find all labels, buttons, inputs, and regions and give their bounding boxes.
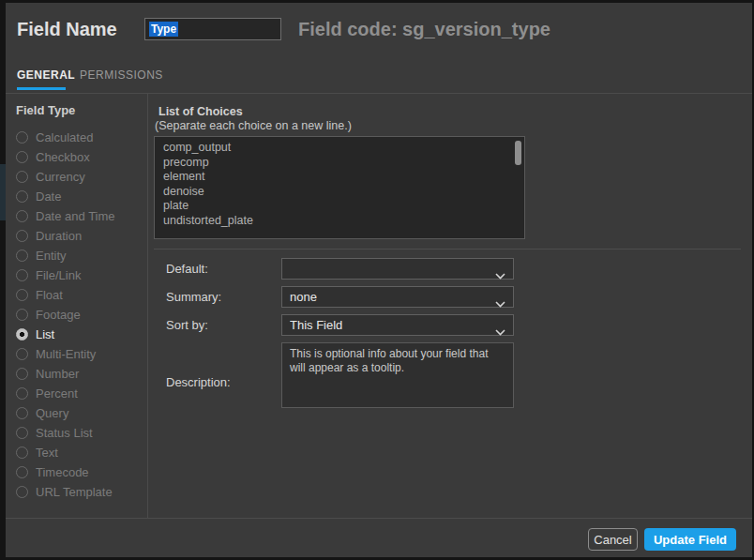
field-type-option-footage[interactable]: Footage	[16, 305, 145, 325]
field-type-option-label: Number	[36, 367, 79, 381]
field-type-option-duration[interactable]: Duration	[16, 226, 145, 246]
field-type-option-label: Timecode	[36, 465, 89, 479]
field-name-input[interactable]: Type	[144, 18, 281, 40]
sort-by-select[interactable]: This Field	[281, 314, 514, 336]
summary-select[interactable]: none	[281, 286, 514, 308]
radio-icon	[16, 466, 28, 478]
radio-icon	[16, 230, 28, 242]
field-type-option-date[interactable]: Date	[16, 187, 145, 206]
choices-textarea[interactable]: comp_outputprecompelementdenoiseplateund…	[154, 136, 525, 239]
choices-list: comp_outputprecompelementdenoiseplateund…	[163, 141, 516, 234]
choice-line: precomp	[163, 156, 516, 171]
field-type-option-label: Calculated	[36, 130, 93, 144]
description-textarea[interactable]: This is optional info about your field t…	[281, 342, 514, 408]
field-type-option-label: Date	[36, 189, 61, 204]
sidebar-divider	[147, 94, 148, 518]
field-type-option-label: Date and Time	[36, 209, 115, 223]
radio-icon	[16, 486, 28, 498]
field-type-option-label: Duration	[36, 229, 82, 243]
choice-line: undistorted_plate	[163, 214, 516, 229]
field-type-option-label: Query	[36, 406, 68, 420]
radio-icon	[16, 190, 28, 203]
field-type-option-label: Entity	[36, 249, 67, 263]
field-type-option-timecode[interactable]: Timecode	[16, 462, 145, 482]
field-settings-dialog: Field Name Type Field code: sg_version_t…	[6, 3, 752, 557]
tabs-divider	[6, 93, 752, 94]
section-divider	[154, 249, 741, 250]
field-type-option-label: URL Template	[36, 485, 113, 499]
field-type-option-multi-entity[interactable]: Multi-Entity	[16, 344, 145, 364]
default-label: Default:	[166, 262, 208, 276]
radio-icon	[16, 407, 28, 419]
field-type-option-label: Currency	[36, 170, 85, 184]
choices-hint: (Separate each choice on a new line.)	[155, 119, 352, 132]
sort-by-label: Sort by:	[166, 318, 208, 332]
field-type-heading: Field Type	[16, 103, 75, 117]
radio-selected-icon	[16, 328, 28, 341]
field-type-option-text[interactable]: Text	[16, 443, 145, 462]
choice-line: element	[163, 170, 516, 185]
field-name-selected-text: Type	[149, 22, 178, 37]
field-type-option-label: Status List	[36, 426, 93, 440]
radio-icon	[16, 269, 28, 281]
field-type-option-label: File/Link	[36, 268, 81, 282]
field-type-option-label: Float	[36, 288, 63, 302]
radio-icon	[16, 309, 28, 321]
chevron-down-icon	[495, 295, 505, 311]
field-type-option-label: Checkbox	[36, 150, 90, 164]
radio-icon	[16, 348, 28, 360]
radio-icon	[16, 151, 28, 163]
field-type-option-file-link[interactable]: File/Link	[16, 265, 145, 285]
choices-label: List of Choices	[158, 105, 243, 118]
field-type-option-label: Footage	[36, 308, 81, 322]
field-type-option-status-list[interactable]: Status List	[16, 423, 145, 443]
field-type-option-percent[interactable]: Percent	[16, 384, 145, 403]
footer-divider	[6, 518, 752, 519]
summary-select-value: none	[290, 290, 317, 304]
field-type-option-entity[interactable]: Entity	[16, 246, 145, 265]
radio-icon	[16, 289, 28, 301]
update-field-button[interactable]: Update Field	[644, 528, 736, 551]
cancel-button[interactable]: Cancel	[588, 528, 638, 551]
radio-icon	[16, 250, 28, 262]
radio-icon	[16, 387, 28, 400]
choice-line-clipped: _	[163, 228, 516, 234]
radio-icon	[16, 446, 28, 459]
field-code-label: Field code: sg_version_type	[298, 19, 550, 40]
dialog-title: Field Name	[17, 19, 117, 40]
active-tab-indicator	[17, 87, 66, 90]
field-type-option-number[interactable]: Number	[16, 364, 145, 384]
choice-line: denoise	[163, 185, 516, 200]
tab-permissions[interactable]: PERMISSIONS	[80, 68, 163, 82]
field-type-option-date-and-time[interactable]: Date and Time	[16, 206, 145, 226]
choice-line: plate	[163, 199, 516, 214]
field-type-option-label: Text	[36, 446, 58, 460]
field-type-option-label: Percent	[36, 386, 78, 401]
tab-general[interactable]: GENERAL	[17, 68, 75, 82]
radio-icon	[16, 210, 28, 222]
field-type-option-checkbox[interactable]: Checkbox	[16, 147, 145, 167]
radio-icon	[16, 131, 28, 144]
chevron-down-icon	[495, 323, 505, 340]
field-type-option-label: List	[36, 327, 54, 341]
field-type-option-query[interactable]: Query	[16, 403, 145, 423]
field-type-option-label: Multi-Entity	[36, 347, 96, 361]
field-type-option-currency[interactable]: Currency	[16, 167, 145, 187]
field-type-option-calculated[interactable]: Calculated	[16, 128, 145, 147]
radio-icon	[16, 171, 28, 183]
choices-scrollbar-thumb[interactable]	[515, 141, 521, 165]
description-label: Description:	[166, 375, 231, 389]
default-select[interactable]	[281, 258, 514, 280]
field-type-option-url-template[interactable]: URL Template	[16, 482, 145, 502]
radio-icon	[16, 368, 28, 380]
field-type-option-float[interactable]: Float	[16, 285, 145, 305]
chevron-down-icon	[495, 266, 505, 283]
field-type-options: CalculatedCheckboxCurrencyDateDate and T…	[16, 128, 145, 502]
radio-icon	[16, 427, 28, 439]
field-type-option-list[interactable]: List	[16, 325, 145, 344]
choice-line: comp_output	[163, 141, 516, 156]
summary-label: Summary:	[166, 290, 221, 304]
sort-by-select-value: This Field	[290, 318, 342, 332]
